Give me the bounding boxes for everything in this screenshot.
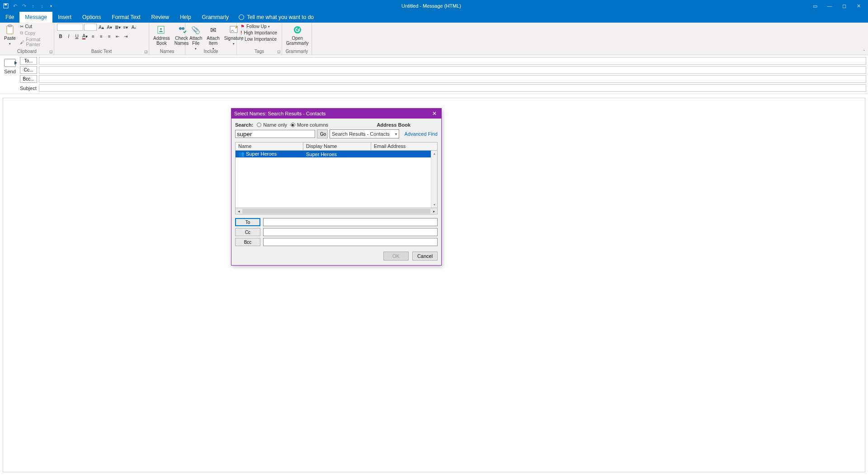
close-icon[interactable]: ✕ <box>855 3 862 9</box>
decrease-indent-icon[interactable]: ⇤ <box>114 33 121 40</box>
bullets-icon[interactable]: ≣▾ <box>114 24 121 31</box>
subject-input[interactable] <box>39 84 866 92</box>
low-importance-button[interactable]: ↓ Low Importance <box>240 36 278 42</box>
underline-icon[interactable]: U <box>73 33 80 40</box>
col-email[interactable]: Email Address <box>371 142 437 150</box>
address-book-select[interactable]: Search Results - Contacts ▾ <box>330 129 399 138</box>
align-right-icon[interactable]: ≡ <box>106 33 113 40</box>
collapse-ribbon-icon[interactable]: ˄ <box>863 49 865 54</box>
tab-review[interactable]: Review <box>146 12 175 23</box>
scroll-up-icon[interactable]: ▴ <box>434 152 435 156</box>
dialog-close-icon[interactable]: ✕ <box>430 110 439 117</box>
increase-indent-icon[interactable]: ⇥ <box>122 33 129 40</box>
redo-icon[interactable]: ↷ <box>21 3 27 9</box>
group-tags-label: Tags <box>237 48 282 55</box>
tab-help[interactable]: Help <box>175 12 197 23</box>
tab-grammarly[interactable]: Grammarly <box>197 12 234 23</box>
send-icon <box>4 59 16 67</box>
font-color-icon[interactable]: A▾ <box>81 33 89 40</box>
bcc-button[interactable]: Bcc... <box>20 75 37 83</box>
follow-up-button[interactable]: ⚑ Follow Up ▾ <box>240 24 278 29</box>
ok-button[interactable]: OK <box>383 252 409 261</box>
scroll-down-icon[interactable]: ▾ <box>434 203 435 207</box>
increase-font-icon[interactable]: A▴ <box>98 24 105 31</box>
down-arrow-icon[interactable]: ↓ <box>39 3 45 9</box>
font-name-select[interactable] <box>57 24 83 31</box>
col-display[interactable]: Display Name <box>303 142 371 150</box>
paste-button[interactable]: Paste ▾ <box>3 24 17 47</box>
scroll-right-icon[interactable]: ▸ <box>431 209 437 214</box>
address-book-button[interactable]: Address Book <box>152 24 171 47</box>
align-center-icon[interactable]: ≡ <box>98 33 105 40</box>
dialog-cc-button[interactable]: Cc <box>235 228 260 236</box>
qat-dropdown-icon[interactable]: ▾ <box>48 3 54 9</box>
envelope-icon: ✉ <box>208 24 219 35</box>
go-button[interactable]: Go <box>317 129 328 138</box>
copy-button[interactable]: ⧉ Copy <box>19 30 51 36</box>
col-name[interactable]: Name <box>236 142 303 150</box>
radio-name-only[interactable]: Name only <box>257 122 287 128</box>
tab-format-text[interactable]: Format Text <box>106 12 146 23</box>
ribbon-display-icon[interactable]: ▭ <box>812 3 818 9</box>
dialog-titlebar[interactable]: Select Names: Search Results - Contacts … <box>231 109 441 119</box>
up-arrow-icon[interactable]: ↑ <box>30 3 36 9</box>
row-name: Super Heroes <box>246 151 277 157</box>
address-book-icon <box>156 24 167 35</box>
tell-me-search[interactable]: Tell me what you want to do <box>234 12 318 23</box>
maximize-icon[interactable]: ◻ <box>841 3 847 9</box>
tab-message[interactable]: Message <box>19 12 52 23</box>
tags-launcher-icon[interactable]: ◲ <box>277 50 281 54</box>
italic-icon[interactable]: I <box>65 33 72 40</box>
font-size-select[interactable] <box>84 24 97 31</box>
align-left-icon[interactable]: ≡ <box>90 33 97 40</box>
minimize-icon[interactable]: — <box>826 3 833 9</box>
cc-button[interactable]: Cc... <box>20 66 37 74</box>
title-bar: ↶ ↷ ↑ ↓ ▾ Untitled - Message (HTML) ▭ — … <box>0 0 868 12</box>
grid-body[interactable]: 👥 Super Heroes Super Heroes ▴ ▾ <box>236 151 437 208</box>
decrease-font-icon[interactable]: A▾ <box>106 24 113 31</box>
paste-label: Paste <box>4 36 16 41</box>
numbering-icon[interactable]: ≡▾ <box>122 24 129 31</box>
cc-input[interactable] <box>39 66 866 74</box>
send-button[interactable]: Send <box>4 69 16 74</box>
scroll-track[interactable] <box>242 209 430 214</box>
results-grid: Name Display Name Email Address 👥 Super … <box>235 142 438 214</box>
high-importance-button[interactable]: ! High Importance <box>240 30 278 36</box>
to-input[interactable] <box>39 57 866 65</box>
group-include: 📎 Attach File ▾ ✉ Attach Item ▾ Signatur… <box>185 23 237 55</box>
cut-button[interactable]: ✂ Cut <box>19 24 51 29</box>
undo-icon[interactable]: ↶ <box>12 3 18 9</box>
scroll-left-icon[interactable]: ◂ <box>236 209 242 214</box>
dialog-bcc-button[interactable]: Bcc <box>235 238 260 246</box>
horizontal-scrollbar[interactable]: ◂ ▸ <box>236 208 437 214</box>
clipboard-launcher-icon[interactable]: ◲ <box>49 50 53 54</box>
svg-rect-1 <box>5 4 7 5</box>
dialog-cc-input[interactable] <box>263 228 438 236</box>
radio-more-columns[interactable]: More columns <box>291 122 328 128</box>
bcc-input[interactable] <box>39 75 866 83</box>
exclamation-icon: ! <box>241 30 242 35</box>
search-input[interactable] <box>235 130 315 138</box>
attach-item-button[interactable]: ✉ Attach Item ▾ <box>205 24 221 52</box>
dialog-bcc-input[interactable] <box>263 238 438 246</box>
to-button[interactable]: To... <box>20 57 37 65</box>
tab-file[interactable]: File <box>0 12 19 23</box>
tab-options[interactable]: Options <box>77 12 106 23</box>
basic-text-launcher-icon[interactable]: ◲ <box>144 50 148 54</box>
group-tags: ⚑ Follow Up ▾ ! High Importance ↓ Low Im… <box>237 23 282 55</box>
clear-format-icon[interactable]: Aₓ <box>130 24 137 31</box>
dialog-to-input[interactable] <box>263 218 438 226</box>
bold-icon[interactable]: B <box>57 33 64 40</box>
chevron-down-icon: ▾ <box>9 41 11 46</box>
save-icon[interactable] <box>3 3 9 9</box>
result-row[interactable]: 👥 Super Heroes Super Heroes <box>236 151 437 157</box>
scissors-icon: ✂ <box>20 24 24 29</box>
tab-insert[interactable]: Insert <box>52 12 77 23</box>
attach-file-button[interactable]: 📎 Attach File ▾ <box>188 24 203 52</box>
open-grammarly-button[interactable]: Open Grammarly <box>285 24 310 47</box>
dialog-to-button[interactable]: To <box>235 218 260 226</box>
format-painter-button[interactable]: 🖌 Format Painter <box>19 37 51 48</box>
advanced-find-link[interactable]: Advanced Find <box>405 131 438 137</box>
cancel-button[interactable]: Cancel <box>412 252 438 261</box>
vertical-scrollbar[interactable]: ▴ ▾ <box>431 151 437 208</box>
